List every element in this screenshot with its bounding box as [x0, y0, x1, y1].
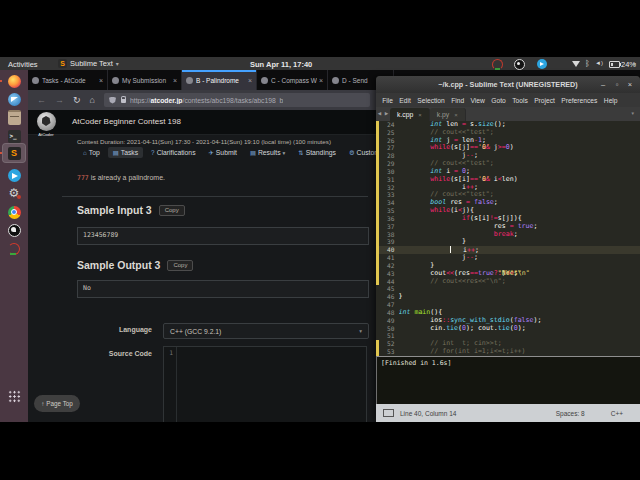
tab-close-icon[interactable]	[173, 77, 177, 84]
atcoder-logo[interactable]: AtCoder	[33, 112, 59, 137]
code-line[interactable]: 28 j--;	[376, 152, 640, 160]
dock-item-settings[interactable]	[3, 184, 25, 202]
menu-selection[interactable]: Selection	[414, 97, 448, 104]
bluetooth-icon[interactable]	[585, 59, 590, 68]
dock-item-firefox[interactable]	[3, 72, 25, 90]
dock-item-thunderbird[interactable]	[3, 90, 25, 108]
page-top-button[interactable]: Page Top	[34, 395, 80, 412]
code-line[interactable]: 37 res = true;	[376, 223, 640, 231]
app-menu[interactable]: Sublime Text	[58, 59, 119, 68]
network-icon[interactable]	[572, 61, 580, 67]
code-line[interactable]: 38 break;	[376, 231, 640, 239]
reload-icon[interactable]	[73, 96, 81, 105]
obs-tray-icon[interactable]	[514, 59, 525, 70]
code-line[interactable]: 35 while(i<j){	[376, 207, 640, 215]
vim-mode-icon[interactable]	[383, 409, 394, 417]
tracking-shield-icon[interactable]	[109, 97, 116, 104]
nav-top[interactable]: Top	[78, 147, 105, 158]
code-line[interactable]: 52 // int t; cin>>t;	[376, 340, 640, 348]
copy-button[interactable]: Copy	[159, 205, 185, 216]
menu-tools[interactable]: Tools	[509, 97, 531, 104]
editor-tab[interactable]: k.py	[430, 108, 466, 121]
dock-item-mpv[interactable]	[3, 240, 25, 258]
code-line[interactable]: 31 while(s[i]=='0' && i<len)	[376, 176, 640, 184]
code-line[interactable]: 48int main(){	[376, 309, 640, 317]
code-line[interactable]: 30 int i = 0;	[376, 168, 640, 176]
code-line[interactable]: 26 int j = len-1;	[376, 137, 640, 145]
code-line[interactable]: 33 // cout<<"test";	[376, 191, 640, 199]
volume-icon[interactable]	[595, 60, 603, 66]
code-line[interactable]: 46}	[376, 293, 640, 301]
browser-tab[interactable]: Tasks - AtCode	[28, 70, 108, 90]
code-line[interactable]: 50 cin.tie(0); cout.tie(0);	[376, 325, 640, 333]
url-bar[interactable]: https://atcoder.jp/contests/abc198/tasks…	[104, 93, 370, 107]
code-line[interactable]: 44 // cout<<res<<"\n";	[376, 278, 640, 286]
activities-button[interactable]: Activities	[8, 60, 38, 69]
dock-item-telegram[interactable]	[3, 166, 25, 184]
tab-overflow-icon[interactable]	[631, 107, 635, 121]
nav-results[interactable]: Results	[245, 147, 290, 158]
minimize-button[interactable]	[598, 80, 608, 90]
telegram-tray-icon[interactable]	[537, 59, 547, 69]
tab-close-icon[interactable]	[99, 77, 103, 84]
browser-tab[interactable]: C - Compass W	[257, 70, 328, 90]
sample-output-code-block[interactable]: No	[77, 280, 369, 298]
syntax-setting[interactable]: C++	[611, 410, 623, 417]
close-button[interactable]	[625, 80, 635, 90]
dock-item-terminal[interactable]	[3, 127, 25, 145]
menu-preferences[interactable]: Preferences	[558, 97, 600, 104]
menu-find[interactable]: Find	[448, 97, 467, 104]
menu-project[interactable]: Project	[531, 97, 558, 104]
tab-close-icon[interactable]	[319, 77, 323, 84]
code-line[interactable]: 39 }	[376, 238, 640, 246]
dock-item-chrome[interactable]	[3, 203, 25, 221]
browser-tab-active[interactable]: B - Palindrome	[182, 70, 257, 90]
code-line[interactable]: 29 // cout<<"test";	[376, 160, 640, 168]
code-line[interactable]: 24 int len = s.size();	[376, 121, 640, 129]
clock[interactable]: Sun Apr 11, 17:40	[250, 60, 312, 69]
menu-view[interactable]: View	[467, 97, 488, 104]
code-line[interactable]: 34 bool res = false;	[376, 199, 640, 207]
nav-clarifications[interactable]: Clarifications	[146, 147, 200, 158]
home-icon[interactable]	[90, 96, 95, 105]
mpv-tray-icon[interactable]	[492, 59, 503, 70]
back-icon[interactable]	[37, 96, 46, 105]
battery-icon[interactable]	[609, 61, 620, 68]
menu-file[interactable]: File	[379, 97, 396, 104]
code-line[interactable]: 40 i++;	[376, 246, 640, 254]
code-line[interactable]: 43 cout<<(res==true?"No":"Yes")<<"\n";	[376, 270, 640, 278]
nav-submit[interactable]: Submit	[204, 147, 242, 158]
code-lines[interactable]: 24 int len = s.size();25 // cout<<"test"…	[376, 121, 640, 356]
code-line[interactable]: 27 while(s[j]=='0' && j>=0)	[376, 144, 640, 152]
browser-tab[interactable]: My Submission	[108, 70, 182, 90]
copy-button[interactable]: Copy	[167, 260, 193, 271]
menu-help[interactable]: Help	[601, 97, 621, 104]
maximize-button[interactable]	[612, 80, 622, 90]
dock-item-files[interactable]	[3, 108, 25, 126]
dock-item-obs[interactable]	[3, 221, 25, 239]
code-line[interactable]: 32 i++;	[376, 184, 640, 192]
tab-scroll-left-icon[interactable]	[376, 107, 383, 121]
code-line[interactable]: 49 ios::sync_with_stdio(false);	[376, 317, 640, 325]
code-line[interactable]: 25 // cout<<"test";	[376, 129, 640, 137]
sample-input-code-block[interactable]: 123456789	[77, 227, 369, 245]
menu-edit[interactable]: Edit	[396, 97, 414, 104]
system-menu-caret[interactable]	[633, 60, 636, 67]
show-applications-button[interactable]	[3, 387, 25, 405]
tab-close-icon[interactable]	[454, 112, 458, 118]
dock-item-sublime-text[interactable]	[3, 144, 25, 162]
code-line[interactable]: 53 // for(int i=1;i<=t;i++)	[376, 348, 640, 356]
tab-close-icon[interactable]	[248, 77, 252, 84]
tab-scroll-right-icon[interactable]	[383, 107, 390, 121]
tab-close-icon[interactable]	[418, 112, 422, 118]
indentation-setting[interactable]: Spaces: 8	[556, 410, 585, 417]
menu-goto[interactable]: Goto	[488, 97, 509, 104]
code-line[interactable]: 36 if(s[i]!=s[j]){	[376, 215, 640, 223]
code-line[interactable]: 51	[376, 332, 640, 340]
nav-standings[interactable]: Standings	[293, 147, 341, 158]
build-output-panel[interactable]: [Finished in 1.6s]	[376, 356, 640, 404]
source-code-editor[interactable]: 1	[163, 346, 367, 422]
language-select[interactable]: C++ (GCC 9.2.1)	[163, 323, 369, 339]
lock-icon[interactable]	[121, 99, 126, 103]
nav-tasks[interactable]: Tasks	[108, 147, 143, 158]
